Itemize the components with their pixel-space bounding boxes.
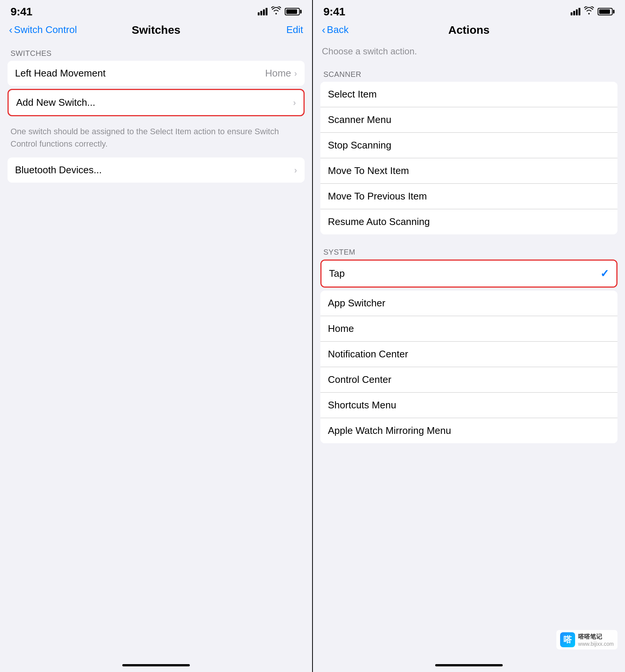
- home-label: Home: [328, 323, 354, 334]
- status-icons-left: [258, 6, 302, 17]
- scanner-list: Select Item Scanner Menu Stop Scanning M…: [320, 82, 617, 234]
- list-item-apple-watch-mirroring[interactable]: Apple Watch Mirroring Menu: [320, 418, 617, 443]
- back-chevron-left: ‹: [9, 25, 12, 35]
- status-bar-left: 9:41: [0, 0, 312, 21]
- back-button-left[interactable]: ‹ Switch Control: [9, 24, 77, 36]
- system-list-wrapper: Tap ✓ App Switcher Home Notification Cen…: [320, 260, 617, 443]
- move-to-next-label: Move To Next Item: [328, 165, 409, 177]
- page-title-right: Actions: [448, 24, 490, 36]
- section-header-scanner: SCANNER: [313, 63, 625, 82]
- bluetooth-label: Bluetooth Devices...: [15, 164, 102, 176]
- edit-button[interactable]: Edit: [286, 24, 303, 36]
- section-header-switches: SWITCHES: [0, 42, 312, 61]
- add-new-switch-container: Add New Switch... ›: [0, 89, 312, 116]
- resume-auto-scanning-label: Resume Auto Scanning: [328, 216, 430, 228]
- list-item-control-center[interactable]: Control Center: [320, 367, 617, 393]
- chevron-right-bluetooth: ›: [294, 165, 297, 176]
- list-item-bluetooth[interactable]: Bluetooth Devices... ›: [8, 158, 305, 183]
- watermark-title: 嗒嗒笔记: [578, 633, 614, 641]
- nav-bar-left: ‹ Switch Control Switches Edit: [0, 21, 312, 42]
- watermark-url: www.bijixx.com: [578, 641, 614, 647]
- apple-watch-mirroring-label: Apple Watch Mirroring Menu: [328, 425, 451, 436]
- home-bar-left: [122, 664, 190, 666]
- left-head-movement-right: Home ›: [265, 68, 297, 79]
- back-chevron-right: ‹: [322, 25, 325, 35]
- app-switcher-label: App Switcher: [328, 297, 385, 309]
- helper-text-switches: One switch should be assigned to the Sel…: [0, 121, 312, 150]
- list-item-stop-scanning[interactable]: Stop Scanning: [320, 133, 617, 158]
- signal-icon-right: [571, 8, 580, 15]
- back-button-right[interactable]: ‹ Back: [322, 24, 349, 36]
- tap-label: Tap: [329, 268, 345, 279]
- list-item-left-head-movement[interactable]: Left Head Movement Home ›: [8, 61, 305, 86]
- add-new-switch-highlighted: Add New Switch... ›: [8, 89, 305, 116]
- list-item-select-item[interactable]: Select Item: [320, 82, 617, 107]
- left-head-movement-label: Left Head Movement: [15, 68, 105, 79]
- bluetooth-right: ›: [294, 165, 297, 176]
- tap-highlighted: Tap ✓: [320, 260, 617, 288]
- signal-icon-left: [258, 8, 267, 15]
- section-header-system: SYSTEM: [313, 240, 625, 260]
- battery-icon-left: [285, 8, 302, 15]
- list-item-resume-auto-scanning[interactable]: Resume Auto Scanning: [320, 209, 617, 234]
- move-to-previous-label: Move To Previous Item: [328, 190, 427, 202]
- right-screen: 9:41: [313, 0, 625, 672]
- chevron-right-left-head: ›: [294, 68, 297, 79]
- list-item-add-new-switch[interactable]: Add New Switch... ›: [9, 90, 303, 115]
- chevron-right-add-new: ›: [293, 98, 296, 108]
- battery-icon-right: [598, 8, 614, 15]
- shortcuts-menu-label: Shortcuts Menu: [328, 399, 396, 411]
- home-bar-right: [435, 664, 503, 666]
- list-item-shortcuts-menu[interactable]: Shortcuts Menu: [320, 393, 617, 418]
- list-item-move-to-next[interactable]: Move To Next Item: [320, 158, 617, 184]
- add-new-switch-label: Add New Switch...: [16, 97, 95, 108]
- select-item-label: Select Item: [328, 88, 377, 100]
- home-indicator-right: [313, 658, 625, 672]
- add-new-switch-right: ›: [293, 98, 296, 108]
- list-item-scanner-menu[interactable]: Scanner Menu: [320, 107, 617, 133]
- status-time-right: 9:41: [323, 5, 345, 18]
- watermark: 嗒 嗒嗒笔记 www.bijixx.com: [556, 630, 617, 650]
- system-list-rest: App Switcher Home Notification Center Co…: [320, 291, 617, 443]
- status-bar-right: 9:41: [313, 0, 625, 21]
- watermark-icon: 嗒: [560, 632, 575, 647]
- wifi-icon-left: [271, 6, 281, 17]
- home-indicator-left: [0, 658, 312, 672]
- watermark-text: 嗒嗒笔记 www.bijixx.com: [578, 633, 614, 647]
- nav-bar-right: ‹ Back Actions: [313, 21, 625, 42]
- list-item-app-switcher[interactable]: App Switcher: [320, 291, 617, 316]
- list-item-move-to-previous[interactable]: Move To Previous Item: [320, 184, 617, 209]
- list-item-notification-center[interactable]: Notification Center: [320, 342, 617, 367]
- control-center-label: Control Center: [328, 374, 391, 386]
- choose-action-text: Choose a switch action.: [313, 42, 625, 63]
- list-item-tap[interactable]: Tap ✓: [322, 261, 616, 286]
- scanner-menu-label: Scanner Menu: [328, 114, 391, 126]
- page-title-left: Switches: [132, 24, 180, 36]
- left-head-movement-value: Home: [265, 68, 291, 79]
- tap-checkmark: ✓: [600, 267, 609, 280]
- back-label-right: Back: [327, 24, 349, 36]
- wifi-icon-right: [584, 6, 594, 17]
- status-icons-right: [571, 6, 614, 17]
- back-label-left: Switch Control: [14, 24, 77, 36]
- status-time-left: 9:41: [11, 5, 32, 18]
- switches-list: Left Head Movement Home ›: [8, 61, 305, 86]
- list-item-home[interactable]: Home: [320, 316, 617, 342]
- stop-scanning-label: Stop Scanning: [328, 140, 391, 151]
- bluetooth-list: Bluetooth Devices... ›: [8, 158, 305, 183]
- notification-center-label: Notification Center: [328, 348, 408, 360]
- left-screen: 9:41: [0, 0, 312, 672]
